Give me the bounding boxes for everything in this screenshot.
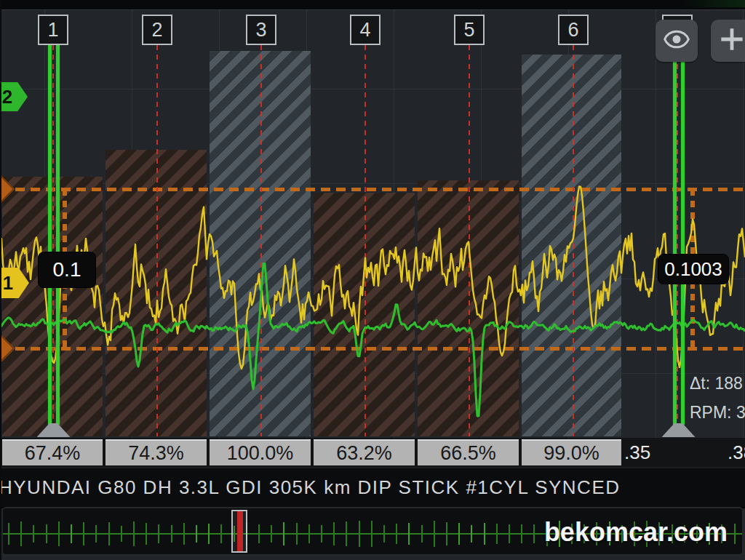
nav-tick <box>171 525 172 543</box>
nav-tick <box>58 521 60 546</box>
cursor-time-tooltip-left: 0.1 <box>38 252 96 288</box>
grid-line-horizontal <box>0 89 745 89</box>
nav-tick <box>95 525 97 543</box>
nav-tick <box>121 526 122 542</box>
nav-tick <box>359 521 360 546</box>
time-cursor-right-line-a[interactable] <box>673 42 677 425</box>
nav-tick <box>133 521 135 546</box>
nav-tick <box>46 524 47 543</box>
time-cursor-right-handle[interactable] <box>662 423 696 437</box>
time-cursor-right-line-b[interactable] <box>681 42 685 425</box>
navigator-position-bar <box>237 511 243 551</box>
cylinder-label-4[interactable]: 4 <box>350 15 381 45</box>
cylinder-label-6[interactable]: 6 <box>558 15 589 45</box>
cylinder-sync-line-5 <box>469 45 470 436</box>
cylinder-label-3[interactable]: 3 <box>246 15 276 45</box>
nav-tick <box>208 524 210 545</box>
nav-tick <box>296 523 298 544</box>
cylinder-percent-cell-4[interactable]: 63.2% <box>314 439 415 465</box>
nav-tick <box>321 525 322 542</box>
cylinder-bar-6 <box>522 55 621 436</box>
cylinder-sync-line-2 <box>156 45 158 436</box>
nav-tick <box>258 524 260 543</box>
cylinder-percent-cell-6[interactable]: 99.0% <box>522 439 621 465</box>
navigator-selection-window[interactable] <box>231 510 247 553</box>
nav-tick <box>458 523 460 544</box>
nav-tick <box>734 524 736 544</box>
nav-tick <box>509 524 510 544</box>
eye-icon <box>662 25 691 57</box>
nav-tick <box>396 524 397 543</box>
waveform-chart[interactable]: 123456 2 1 Δt: <box>0 9 745 438</box>
plus-icon <box>716 23 745 58</box>
nav-tick <box>196 525 197 543</box>
nav-tick <box>484 523 485 545</box>
nav-tick <box>283 522 284 545</box>
cylinder-sync-line-4 <box>364 45 366 436</box>
nav-tick <box>8 523 9 545</box>
cylinder-percent-cell-3[interactable]: 100.0% <box>210 439 311 465</box>
left-edge <box>0 0 1 560</box>
nav-tick <box>20 521 22 546</box>
rpm-readout: RPM: 3 <box>690 403 745 423</box>
orange-ruler-top[interactable] <box>0 188 745 191</box>
nav-tick <box>521 524 522 544</box>
cylinder-label-1[interactable]: 1 <box>38 15 68 45</box>
green-marker-label: 2 <box>2 86 12 108</box>
scope-app: 123456 2 1 Δt: <box>0 0 745 560</box>
watermark: bekomcar.com <box>544 517 728 548</box>
time-cursor-left-line-b[interactable] <box>56 42 60 425</box>
cylinder-label-5[interactable]: 5 <box>454 15 485 45</box>
cylinder-sync-line-1 <box>52 45 54 436</box>
nav-tick <box>183 523 185 544</box>
time-label-035: .35 <box>624 441 650 464</box>
cylinder-sync-line-7 <box>677 45 678 436</box>
nav-tick <box>346 521 347 547</box>
nav-tick <box>446 522 447 545</box>
top-bar <box>0 0 745 10</box>
nav-tick <box>220 524 222 543</box>
time-cursor-left-line-a[interactable] <box>48 42 52 425</box>
nav-tick <box>71 524 72 543</box>
cylinder-percent-cell-5[interactable]: 66.5% <box>418 439 519 465</box>
nav-tick <box>83 522 84 545</box>
nav-tick <box>308 524 310 543</box>
nav-tick <box>108 522 110 545</box>
delta-t-readout: Δt: 188 <box>690 374 743 393</box>
overview-navigator[interactable]: bekomcar.com <box>1 507 744 556</box>
nav-tick <box>408 523 410 545</box>
nav-tick <box>33 525 34 543</box>
nav-tick <box>471 525 472 543</box>
vehicle-caption: HYUNDAI G80 DH 3.3L GDI 305K km DIP STIC… <box>0 476 621 499</box>
nav-tick <box>146 523 147 545</box>
cylinder-sync-line-3 <box>260 45 262 436</box>
add-button[interactable] <box>711 20 745 62</box>
nav-tick <box>158 524 159 543</box>
axis-strip: .35 .38 67.4%74.3%100.0%63.2%66.5%99.0% <box>0 438 745 467</box>
nav-tick <box>421 525 423 542</box>
top-bar-sheen <box>680 0 745 7</box>
nav-tick <box>371 521 372 546</box>
nav-tick <box>434 521 435 546</box>
nav-tick <box>533 524 535 543</box>
time-label-038: .38 <box>728 441 745 464</box>
cylinder-sync-line-6 <box>573 45 574 436</box>
nav-tick <box>496 524 498 544</box>
nav-tick <box>271 525 272 543</box>
cylinder-label-2[interactable]: 2 <box>142 15 172 45</box>
cylinder-percent-cell-1[interactable]: 67.4% <box>2 439 103 465</box>
yellow-marker-label: 1 <box>3 272 13 295</box>
caption-bar: HYUNDAI G80 DH 3.3L GDI 305K km DIP STIC… <box>0 467 745 508</box>
cursor-time-tooltip-right: 0.1003 <box>658 254 729 284</box>
green-marker-2[interactable]: 2 <box>0 82 28 111</box>
nav-tick <box>333 522 335 545</box>
cylinder-percent-cell-2[interactable]: 74.3% <box>105 439 207 465</box>
visibility-button[interactable] <box>656 20 698 62</box>
nav-tick <box>383 525 385 543</box>
orange-ruler-bottom[interactable] <box>0 347 745 351</box>
